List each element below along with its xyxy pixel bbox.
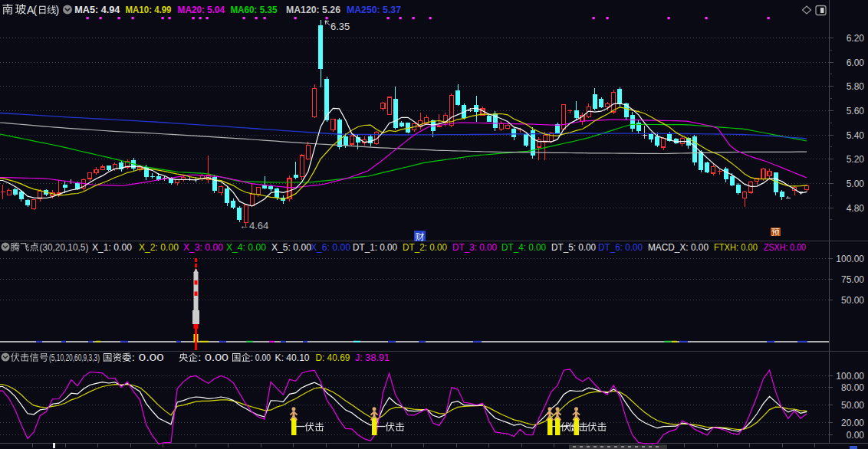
svg-text:FTXH: 0.00: FTXH: 0.00: [714, 242, 758, 253]
svg-text:(5,10,20,60,9,3,3): (5,10,20,60,9,3,3): [49, 352, 100, 363]
svg-text:DT_1: 0.00: DT_1: 0.00: [353, 242, 397, 253]
svg-text:20.00: 20.00: [841, 418, 864, 428]
svg-text:ZSXH: 0.00: ZSXH: 0.00: [764, 242, 806, 253]
svg-text:DT_2: 0.00: DT_2: 0.00: [403, 242, 447, 253]
svg-text:5.60: 5.60: [847, 106, 865, 116]
svg-text:80.00: 80.00: [841, 382, 864, 393]
svg-text:DT_3: 0.00: DT_3: 0.00: [452, 242, 497, 253]
svg-text:50.00: 50.00: [841, 400, 864, 411]
svg-text:DT_6: 0.00: DT_6: 0.00: [598, 242, 643, 253]
svg-text:X_2: 0.00: X_2: 0.00: [139, 242, 179, 253]
svg-text:D: 40.69: D: 40.69: [315, 352, 350, 363]
svg-text:X_1: 0.00: X_1: 0.00: [92, 242, 132, 253]
svg-text:X_5: 0.00: X_5: 0.00: [271, 242, 311, 253]
svg-text:100.00: 100.00: [836, 371, 864, 382]
svg-text:4.80: 4.80: [847, 203, 865, 214]
svg-text:MACD_X: 0.00: MACD_X: 0.00: [648, 242, 709, 253]
svg-text:X_4: 0.00: X_4: 0.00: [226, 242, 266, 253]
svg-text:75.00: 75.00: [841, 274, 864, 285]
svg-text:MA120: 5.26: MA120: 5.26: [286, 5, 340, 15]
svg-text:5.80: 5.80: [847, 81, 865, 92]
svg-text:(30,20,10,5): (30,20,10,5): [39, 242, 88, 253]
svg-text:: 0.00: : 0.00: [251, 352, 271, 363]
svg-text:6.00: 6.00: [847, 57, 865, 68]
svg-text:6.20: 6.20: [847, 33, 865, 44]
svg-text:): ): [56, 4, 60, 16]
svg-text:5.40: 5.40: [847, 130, 865, 141]
svg-text:6.35: 6.35: [330, 21, 350, 32]
svg-text:MA60: 5.35: MA60: 5.35: [230, 5, 277, 15]
svg-text:DT_4: 0.00: DT_4: 0.00: [501, 242, 546, 253]
svg-text:MA20: 5.04: MA20: 5.04: [178, 5, 225, 15]
svg-text:(: (: [34, 4, 38, 16]
svg-text:X_6: 0.00: X_6: 0.00: [311, 242, 350, 253]
svg-text:MA5: 4.94: MA5: 4.94: [74, 5, 120, 15]
svg-text:K: 40.10: K: 40.10: [275, 352, 310, 363]
svg-text:X_3: 0.00: X_3: 0.00: [183, 242, 223, 253]
svg-text:←4.64: ←4.64: [239, 220, 268, 231]
svg-text:0.00: 0.00: [847, 430, 865, 441]
svg-text:5.00: 5.00: [847, 179, 865, 189]
svg-text:DT_5: 0.00: DT_5: 0.00: [551, 242, 596, 253]
svg-text:100.00: 100.00: [836, 254, 864, 264]
svg-text:50.00: 50.00: [841, 295, 864, 306]
svg-text:MA250: 5.37: MA250: 5.37: [347, 5, 401, 15]
svg-text:5.20: 5.20: [847, 154, 865, 165]
svg-text:: 0.00: : 0.00: [132, 352, 164, 363]
svg-text:MA10: 4.99: MA10: 4.99: [126, 5, 172, 15]
svg-text:J: 38.91: J: 38.91: [355, 352, 390, 363]
svg-text:: 0.00: : 0.00: [198, 352, 229, 363]
